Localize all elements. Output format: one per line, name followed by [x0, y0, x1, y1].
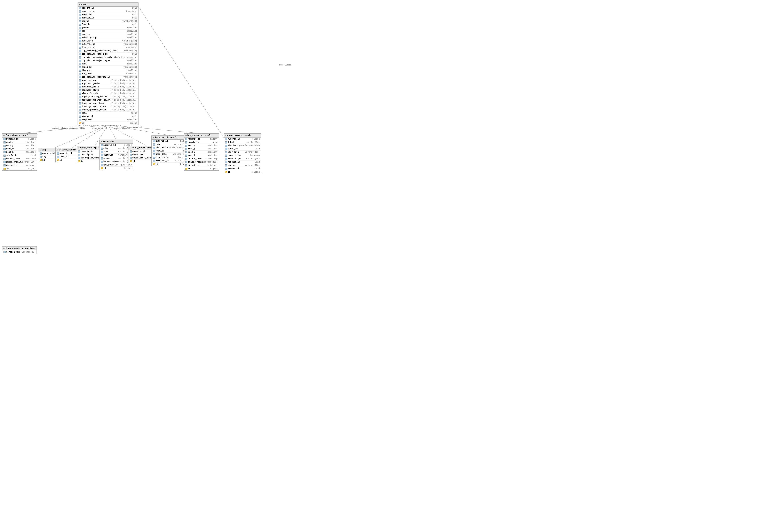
field-name: numeric_id — [60, 152, 72, 155]
field-name: id — [228, 171, 230, 173]
table-row: similaritydouble precision — [152, 146, 189, 149]
table-row: handler_iduuid — [78, 17, 138, 20]
field-icon — [4, 151, 6, 153]
field-type: bigint — [28, 138, 36, 140]
table-row: sample_iduuid — [2, 154, 37, 157]
field-icon — [130, 157, 132, 159]
field-icon — [79, 53, 81, 55]
connectors-svg — [0, 0, 380, 266]
table-row: headwear_state/* int: body attribute, he… — [78, 89, 138, 92]
table-row: rect_ysmallint — [184, 147, 219, 151]
field-name: meta — [82, 112, 87, 114]
field-icon — [79, 14, 81, 16]
table-row: 🔑idbigint — [224, 170, 261, 174]
table-row: user_datavarchar(128) — [224, 151, 261, 154]
field-icon — [79, 99, 81, 101]
field-type: smallint — [208, 151, 217, 153]
field-icon — [79, 7, 81, 9]
field-name: image_origin — [6, 161, 21, 163]
field-type: varchar(32) — [22, 251, 35, 253]
pk-icon: 🔑 — [185, 168, 187, 170]
table-row: image_originvarchar(256) — [2, 161, 37, 164]
table-row: rect_wsmallint — [184, 151, 219, 154]
field-name: upper_clothing_colors — [82, 96, 108, 98]
field-name: version_num — [6, 251, 20, 253]
table-row: rect_hsmallint — [2, 151, 37, 154]
field-name: external_id — [82, 43, 95, 45]
field-type: /* array[int]: body attribute, upper clo… — [110, 96, 137, 98]
field-icon — [185, 151, 187, 153]
table-row: event_iduuid — [78, 13, 138, 17]
table-name-body_descriptor: body_descriptor — [80, 147, 101, 149]
table-row: numeric_idbigint — [100, 144, 133, 147]
table-name-tag: tag — [42, 149, 46, 151]
field-icon — [185, 145, 187, 147]
table-row: upper_clothing_colors/* array[int]: body… — [78, 95, 138, 99]
field-icon — [4, 158, 6, 160]
field-type: /* int: body attribute, sleeve length (0… — [110, 92, 137, 95]
table-row: top_similar_object_typesmallint — [78, 59, 138, 62]
table-row: masksmallint — [78, 62, 138, 66]
table-row: sample_iduuid — [184, 141, 219, 144]
field-icon — [225, 168, 227, 170]
field-icon — [79, 17, 81, 19]
field-name: top_similar_object_id — [82, 53, 108, 55]
table-row: 🔑idbigint — [100, 167, 133, 170]
field-icon — [79, 56, 81, 59]
table-name-face_detect_result: face_detect_result — [6, 134, 30, 137]
field-icon — [4, 148, 6, 150]
table-row: livenesssmallint — [78, 69, 138, 72]
table-row: rect_wsmallint — [2, 147, 37, 151]
connector-label: numeric_id:id — [92, 127, 107, 129]
connector-label: numeric_id:id — [113, 127, 127, 129]
svg-line-8 — [138, 7, 224, 137]
field-type: smallint — [127, 27, 137, 29]
field-icon — [4, 141, 6, 143]
table-name-face_match_result: face_match_result — [155, 136, 178, 139]
field-type: /* array[int]: body attribute, lower gar… — [110, 106, 137, 108]
field-name: headwear_state — [82, 89, 99, 91]
field-icon — [79, 40, 81, 42]
field-name: sample_id — [188, 141, 199, 143]
field-name: label — [228, 141, 234, 143]
field-type: varchar(256) — [21, 161, 36, 163]
field-type: /* int: body attribute, apparent gender … — [110, 82, 137, 85]
field-icon — [79, 83, 81, 85]
field-name: top_similar_object_type — [82, 60, 110, 62]
field-type: /* int: body attribute, headwear state (… — [110, 89, 137, 91]
field-name: rect_h — [6, 151, 14, 153]
field-type: smallint — [127, 33, 137, 35]
pk-icon: 🔑 — [4, 168, 6, 170]
field-name: rect_y — [6, 144, 14, 147]
field-icon — [79, 79, 81, 81]
table-row: insert_timetimestamp — [78, 46, 138, 49]
field-icon — [225, 155, 227, 157]
table-row: cityvarchar(36) — [100, 147, 133, 150]
field-name: rect_x — [188, 144, 195, 147]
field-name: ethnic_group — [82, 36, 96, 39]
diagram-container: ⊞eventaccount_iduuidcreate_timetimestamp… — [0, 0, 380, 266]
field-type: uuid — [132, 17, 137, 19]
field-name: rect_y — [188, 148, 195, 150]
field-type: timestamp — [24, 158, 36, 160]
field-name: numeric_id — [103, 144, 116, 146]
field-name: event_id — [82, 14, 91, 16]
field-name: detect_ts — [188, 164, 199, 167]
field-name: street — [103, 157, 111, 160]
table-row: streetvarchar(36) — [100, 157, 133, 160]
field-type: bigint — [210, 168, 217, 170]
table-name-event_match_result: event_match_result — [227, 134, 252, 137]
field-icon — [79, 93, 81, 95]
table-row: labelvarchar(36) — [224, 141, 261, 144]
field-name: detect_ts — [6, 164, 17, 167]
field-type: timestamp — [249, 154, 260, 157]
field-type: smallint — [127, 36, 137, 39]
field-type: /* int: body attribute, shoes apparent c… — [110, 109, 137, 111]
field-icon — [225, 141, 227, 143]
field-name: create_time — [228, 154, 241, 157]
field-name: rect_h — [188, 154, 195, 157]
field-icon — [185, 141, 187, 143]
field-type: uuid — [255, 148, 260, 150]
field-type: varchar(36) — [246, 141, 260, 143]
table-row: rect_ysmallint — [2, 144, 37, 147]
